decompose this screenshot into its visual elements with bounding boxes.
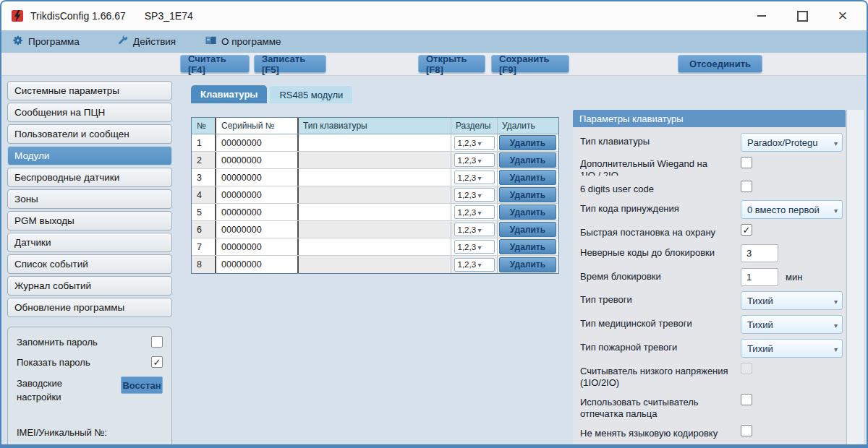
param-control: 3 [741, 244, 778, 262]
param-control [741, 444, 752, 448]
tab-rs485-modules[interactable]: RS485 модули [269, 85, 353, 103]
table-header: № Серийный № Тип клавиатуры Разделы Удал… [192, 118, 558, 134]
keyboard-type-cell[interactable] [299, 134, 451, 151]
serial-number-cell[interactable]: 00000000 [216, 204, 299, 220]
window-session: SP3_1E74 [145, 10, 193, 22]
remember-password-checkbox[interactable] [151, 336, 163, 348]
maximize-button[interactable] [793, 7, 812, 25]
row-number: 5 [192, 204, 216, 220]
delete-row-button[interactable]: Удалить [499, 222, 556, 237]
restore-button[interactable]: Восстан [121, 376, 163, 394]
param-checkbox-4[interactable] [741, 224, 752, 236]
disconnect-button[interactable]: Отсоединить [678, 55, 762, 73]
sidebar-item-6[interactable]: PGM выходы [7, 211, 172, 231]
keyboard-type-cell[interactable] [299, 204, 451, 220]
partitions-cell: 1,2,3 [451, 169, 498, 186]
sidebar-item-0[interactable]: Системные параметры [7, 81, 172, 100]
open-button[interactable]: Открыть [F8] [418, 55, 485, 73]
sidebar-item-2[interactable]: Пользователи и сообщен [7, 124, 172, 144]
delete-cell: Удалить [498, 134, 558, 151]
sidebar-item-5[interactable]: Зоны [7, 189, 172, 209]
param-row: Считыватель низкого напряжения (1IO/2IO) [580, 363, 838, 389]
params-panel-title: Параметры клавиатуры [573, 110, 846, 127]
param-checkbox-11[interactable] [741, 394, 752, 405]
delete-row-button[interactable]: Удалить [499, 135, 556, 150]
delete-row-button[interactable]: Удалить [499, 152, 556, 168]
partitions-select[interactable]: 1,2,3 [454, 153, 495, 167]
keyboard-type-cell[interactable] [299, 256, 451, 273]
serial-number-cell[interactable]: 00000000 [216, 152, 299, 168]
serial-number-cell[interactable]: 00000000 [216, 169, 299, 186]
sidebar-item-9[interactable]: Журнал событий [7, 276, 172, 296]
app-window: TrikdisConfig 1.66.67 SP3_1E74 Программа… [0, 0, 868, 448]
param-checkbox-10 [741, 363, 752, 374]
delete-cell: Удалить [498, 152, 558, 168]
window-title: TrikdisConfig 1.66.67 [30, 10, 126, 22]
param-select-7[interactable]: Тихий [741, 291, 843, 310]
param-input-6[interactable]: 1 [741, 268, 778, 286]
write-button[interactable]: Записать [F5] [254, 55, 326, 73]
param-row: Дополнительный Wiegand на1IO / 2IO [580, 157, 838, 176]
partitions-select[interactable]: 1,2,3 [454, 188, 495, 202]
param-input-5[interactable]: 3 [741, 244, 778, 262]
password-panel: Запомнить пароль Показать пароль Заводск… [7, 327, 172, 448]
serial-number-cell[interactable]: 00000000 [216, 238, 299, 255]
keyboard-type-cell[interactable] [299, 238, 451, 255]
param-checkbox-13[interactable] [741, 444, 752, 448]
param-select-8[interactable]: Тихий [741, 315, 843, 334]
chevron-down-icon [478, 242, 482, 252]
menu-about-label: О программе [221, 36, 281, 47]
serial-number-cell[interactable]: 00000000 [216, 256, 299, 273]
sidebar-item-8[interactable]: Список событий [7, 254, 172, 274]
partitions-select[interactable]: 1,2,3 [454, 258, 495, 272]
delete-row-button[interactable]: Удалить [499, 204, 556, 220]
delete-row-button[interactable]: Удалить [499, 239, 556, 254]
menu-actions[interactable]: Действия [117, 30, 176, 53]
partitions-select[interactable]: 1,2,3 [454, 171, 495, 184]
menu-about[interactable]: О программе [205, 30, 281, 53]
delete-row-button[interactable]: Удалить [499, 257, 556, 272]
serial-number-cell[interactable]: 00000000 [216, 134, 299, 151]
sidebar-item-7[interactable]: Датчики [7, 233, 172, 252]
keyboard-type-cell[interactable] [299, 169, 451, 186]
delete-row-button[interactable]: Удалить [499, 170, 556, 185]
param-checkbox-12[interactable] [741, 425, 752, 436]
partitions-value: 1,2,3 [458, 243, 478, 251]
minimize-button[interactable] [752, 7, 771, 25]
param-select-value: Paradox/Protegu [747, 137, 834, 148]
partitions-cell: 1,2,3 [451, 238, 498, 255]
read-button[interactable]: Считать [F4] [180, 55, 250, 73]
sidebar-item-3[interactable]: Модули [7, 146, 172, 165]
param-select-value: 0 вместо первой [747, 204, 834, 215]
param-select-3[interactable]: 0 вместо первой [741, 200, 843, 219]
keyboard-type-cell[interactable] [299, 221, 451, 238]
tab-keyboards[interactable]: Клавиатуры [191, 85, 267, 103]
serial-number-cell[interactable]: 00000000 [216, 221, 299, 238]
keyboard-type-cell[interactable] [299, 152, 451, 168]
partitions-value: 1,2,3 [458, 191, 478, 199]
remember-password-label: Запомнить пароль [17, 337, 98, 348]
partitions-select[interactable]: 1,2,3 [454, 223, 495, 236]
partitions-select[interactable]: 1,2,3 [454, 205, 495, 219]
save-button[interactable]: Сохранить [F9] [491, 55, 569, 73]
menu-program-label: Программа [28, 36, 80, 47]
sidebar-item-4[interactable]: Беспроводные датчики [7, 168, 172, 187]
sidebar-item-1[interactable]: Сообщения на ПЦН [7, 103, 172, 122]
delete-row-button[interactable]: Удалить [499, 187, 556, 202]
keyboard-type-cell[interactable] [299, 186, 451, 203]
show-password-checkbox[interactable] [151, 356, 163, 368]
serial-number-cell[interactable]: 00000000 [216, 186, 299, 203]
partitions-select[interactable]: 1,2,3 [454, 240, 495, 254]
sidebar-item-10[interactable]: Обновление программы [7, 298, 172, 317]
menu-actions-label: Действия [133, 36, 176, 47]
param-row: Время блокировки1мин [580, 268, 838, 286]
right-scroll-strip[interactable] [846, 110, 864, 448]
table-row: 8000000001,2,3Удалить [192, 256, 558, 273]
close-button[interactable] [833, 7, 852, 25]
menu-program[interactable]: Программа [12, 30, 80, 53]
param-checkbox-2[interactable] [741, 181, 752, 192]
param-select-0[interactable]: Paradox/Protegu [741, 133, 843, 152]
partitions-select[interactable]: 1,2,3 [454, 136, 495, 150]
param-select-9[interactable]: Тихий [741, 339, 843, 358]
param-checkbox-1[interactable] [741, 157, 752, 168]
